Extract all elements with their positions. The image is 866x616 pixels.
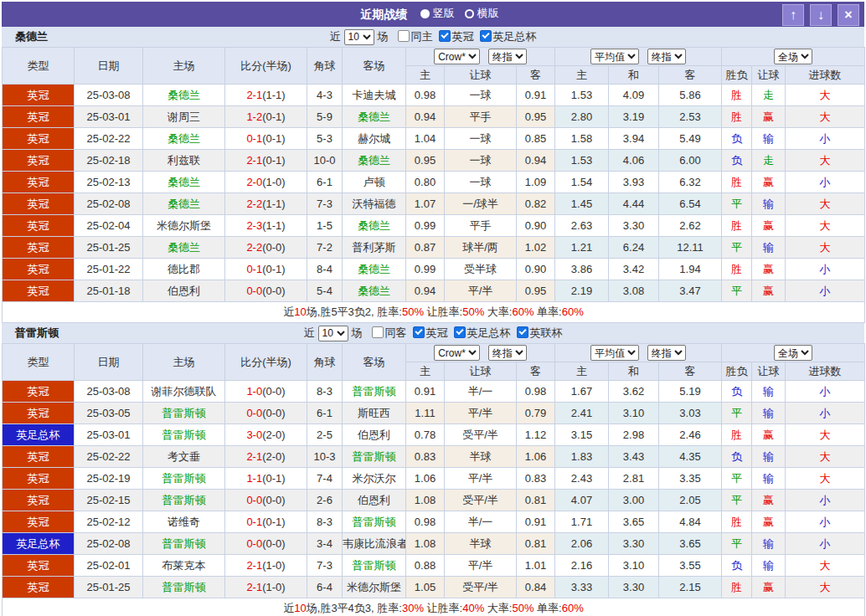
odds-away: 0.84 [517, 577, 555, 598]
home-team: 普雷斯顿 [143, 490, 225, 511]
match-row: 英冠25-01-25桑德兰2-2(0-0)7-2普利茅斯0.87球半/两1.02… [3, 237, 865, 259]
col-result-wdl: 胜负 [722, 362, 752, 381]
corner-count: 7-3 [307, 555, 343, 577]
avg-selects: 平均值 终指 [555, 48, 722, 66]
away-team: 桑德兰 [343, 259, 406, 280]
avg-stage-select[interactable]: 终指 [647, 345, 686, 361]
away-team: 伯恩利 [343, 490, 406, 511]
avg-home: 1.54 [555, 172, 609, 193]
col-home: 主场 [143, 48, 225, 85]
col-odds-home: 主 [406, 362, 445, 381]
checkbox-checked-icon[interactable] [480, 30, 492, 42]
odds-handicap: 半/一 [445, 511, 517, 533]
home-team: 普雷斯顿 [143, 468, 225, 490]
checkbox-unchecked-icon[interactable] [398, 30, 410, 42]
checkbox-checked-icon[interactable] [454, 326, 466, 338]
result-wdl: 胜 [722, 577, 752, 598]
radio-vertical-label[interactable]: 竖版 [433, 6, 455, 21]
avg-away: 4.35 [659, 446, 722, 468]
title-bar: 近期战绩 竖版 横版 ↑ ↓ × [2, 2, 864, 27]
scope-select[interactable]: 全场 [774, 49, 812, 64]
filter-checkboxes: 同客英冠英足总杯英联杯 [366, 326, 563, 341]
radio-vertical-selected[interactable] [420, 9, 430, 18]
col-type: 类型 [3, 344, 75, 381]
col-avg-away: 客 [659, 66, 722, 85]
odds-stage-select[interactable]: 终指 [488, 345, 527, 361]
close-icon[interactable]: × [838, 4, 859, 26]
avg-home: 3.33 [555, 577, 609, 598]
scope-select-cell: 全场 [722, 344, 865, 362]
match-date: 25-03-01 [75, 424, 143, 446]
radio-horizontal-label[interactable]: 横版 [477, 6, 499, 21]
result-wdl: 胜 [722, 172, 752, 193]
results-table: 类型 日期 主场 比分(半场) 角球 客场 Crow* 终指 平均值 终指 [2, 343, 865, 616]
checkbox-label[interactable]: 英足总杯 [467, 326, 511, 339]
recent-count-select[interactable]: 10 [344, 29, 374, 45]
avg-away: 6.54 [659, 193, 722, 215]
corner-count: 2-6 [307, 490, 343, 511]
result-handicap: 赢 [752, 511, 786, 533]
match-score: 2-2(0-0) [225, 237, 307, 259]
odds-home: 0.80 [406, 172, 445, 193]
away-team: 普雷斯顿 [343, 555, 406, 577]
col-result-goals: 进球数 [786, 66, 865, 85]
summary-row: 近10场,胜3平4负3, 胜率:30% 让胜率:40% 大率:50% 单率:60… [3, 598, 865, 616]
avg-home: 1.71 [555, 511, 609, 533]
checkbox-checked-icon[interactable] [439, 30, 451, 42]
scope-select[interactable]: 全场 [774, 345, 812, 361]
summary-row: 近10场,胜5平3负2, 胜率:50% 让胜率:50% 大率:60% 单率:60… [3, 302, 865, 323]
result-wdl: 平 [722, 280, 752, 302]
checkbox-label[interactable]: 同客 [385, 326, 407, 339]
avg-type-select[interactable]: 平均值 [590, 49, 639, 64]
result-goals: 大 [786, 106, 865, 128]
odds-handicap: 半球 [445, 446, 517, 468]
checkbox-label[interactable]: 英联杯 [530, 326, 563, 339]
recent-label: 近 [330, 29, 341, 44]
away-team: 普雷斯顿 [343, 381, 406, 403]
col-away: 客场 [343, 344, 406, 381]
checkbox-checked-icon[interactable] [413, 326, 425, 338]
result-goals: 大 [786, 555, 865, 577]
match-date: 25-01-18 [75, 280, 143, 302]
odds-home: 1.05 [406, 577, 445, 598]
corner-count: 6-1 [307, 172, 343, 193]
odds-handicap: 球半/两 [445, 237, 517, 259]
away-team: 卢顿 [343, 172, 406, 193]
avg-away: 1.94 [659, 259, 722, 280]
avg-type-select[interactable]: 平均值 [590, 345, 639, 361]
checkbox-checked-icon[interactable] [517, 326, 528, 338]
col-score: 比分(半场) [225, 48, 307, 85]
avg-home: 1.83 [555, 446, 609, 468]
recent-count-select[interactable]: 10 [318, 326, 348, 341]
match-date: 25-01-25 [75, 237, 143, 259]
result-handicap: 输 [752, 555, 786, 577]
odds-away: 0.81 [517, 490, 555, 511]
checkbox-unchecked-icon[interactable] [372, 326, 384, 338]
move-up-icon[interactable]: ↑ [782, 4, 804, 26]
avg-away: 6.32 [659, 172, 722, 193]
result-handicap: 输 [752, 193, 786, 215]
move-down-icon[interactable]: ↓ [810, 4, 832, 26]
odds-handicap: 平/半 [445, 280, 517, 302]
checkbox-label[interactable]: 英足总杯 [493, 30, 537, 43]
result-handicap: 赢 [752, 106, 786, 128]
avg-away: 5.19 [659, 381, 722, 403]
radio-horizontal[interactable] [465, 9, 474, 18]
checkbox-label[interactable]: 英冠 [452, 30, 474, 43]
col-odds-away: 客 [517, 66, 555, 85]
odds-source-select[interactable]: Crow* [434, 345, 480, 361]
checkbox-label[interactable]: 英冠 [426, 326, 448, 339]
odds-source-select[interactable]: Crow* [434, 49, 480, 64]
odds-away: 0.91 [517, 85, 555, 106]
result-goals: 小 [786, 533, 865, 555]
avg-draw: 3.94 [609, 128, 659, 150]
odds-selects: Crow* 终指 [406, 48, 555, 66]
odds-home: 0.87 [406, 237, 445, 259]
avg-stage-select[interactable]: 终指 [647, 49, 686, 64]
odds-stage-select[interactable]: 终指 [488, 49, 527, 64]
checkbox-label[interactable]: 同主 [411, 30, 433, 43]
away-team: 韦康比流浪者 [343, 533, 406, 555]
result-handicap: 输 [752, 403, 786, 424]
avg-home: 1.53 [555, 150, 609, 172]
result-goals: 大 [786, 85, 865, 106]
